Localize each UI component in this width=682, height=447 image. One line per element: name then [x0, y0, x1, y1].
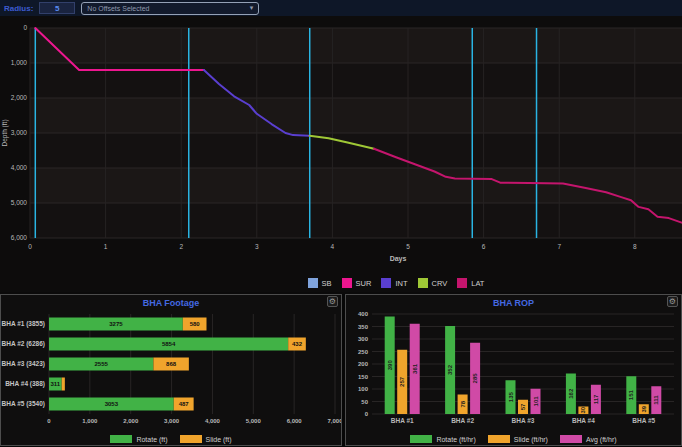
- svg-text:3053: 3053: [105, 401, 119, 407]
- svg-text:57: 57: [520, 403, 526, 410]
- legend-swatch: [180, 435, 202, 443]
- legend-item-rotate-ft-hr-: Rotate (ft/hr): [410, 435, 475, 443]
- svg-text:3,000: 3,000: [164, 418, 180, 424]
- svg-text:1,000: 1,000: [82, 418, 98, 424]
- svg-text:868: 868: [166, 361, 177, 367]
- legend-label: Slide (ft/hr): [514, 436, 548, 443]
- bha-rop-header: BHA ROP ⚙: [346, 295, 681, 310]
- svg-text:361: 361: [412, 363, 418, 374]
- svg-text:BHA #5 (3540): BHA #5 (3540): [2, 400, 45, 408]
- svg-text:150: 150: [358, 374, 369, 380]
- svg-text:151: 151: [628, 389, 634, 400]
- bha-footage-plot[interactable]: 3275580BHA #1 (3855)5854432BHA #2 (6286)…: [1, 310, 341, 428]
- radius-label: Radius:: [4, 4, 33, 13]
- svg-text:101: 101: [533, 396, 539, 407]
- svg-text:BHA #5: BHA #5: [632, 417, 655, 424]
- gear-icon[interactable]: ⚙: [667, 296, 678, 307]
- bha-rop-panel: BHA ROP ⚙ 050100150200250300350400390257…: [345, 294, 682, 446]
- legend-label: Avg (ft/hr): [586, 436, 617, 443]
- radius-value: 5: [55, 4, 59, 13]
- time-depth-chart[interactable]: 01,0002,0003,0004,0005,0006,000012345678…: [0, 16, 682, 292]
- svg-text:2,000: 2,000: [11, 94, 28, 101]
- svg-text:7,000: 7,000: [327, 418, 341, 424]
- svg-text:3,000: 3,000: [11, 129, 28, 136]
- svg-text:BHA #4 (388): BHA #4 (388): [5, 380, 45, 388]
- svg-text:6,000: 6,000: [11, 234, 28, 241]
- legend-swatch: [308, 278, 318, 288]
- svg-text:6: 6: [482, 243, 486, 250]
- bha-rop-title: BHA ROP: [493, 298, 534, 308]
- svg-text:3: 3: [255, 243, 259, 250]
- drilling-dashboard: Radius: 5 No Offsets Selected ▾ 01,0002,…: [0, 0, 682, 447]
- legend-swatch: [560, 435, 582, 443]
- svg-text:350: 350: [358, 324, 369, 330]
- svg-text:4: 4: [331, 243, 335, 250]
- svg-text:300: 300: [358, 336, 369, 342]
- svg-text:7: 7: [557, 243, 561, 250]
- svg-text:3275: 3275: [109, 321, 123, 327]
- offsets-dropdown[interactable]: No Offsets Selected ▾: [81, 2, 259, 15]
- svg-text:BHA #2 (6286): BHA #2 (6286): [2, 340, 45, 348]
- svg-text:257: 257: [399, 376, 405, 387]
- svg-text:250: 250: [358, 349, 369, 355]
- svg-text:200: 200: [358, 361, 369, 367]
- legend-swatch: [110, 435, 132, 443]
- legend-label: Rotate (ft/hr): [436, 436, 475, 443]
- legend-swatch: [418, 278, 428, 288]
- svg-text:0: 0: [47, 418, 51, 424]
- svg-text:400: 400: [358, 311, 369, 317]
- svg-text:50: 50: [361, 399, 368, 405]
- legend-item-lat: LAT: [457, 278, 484, 288]
- svg-text:4,000: 4,000: [205, 418, 221, 424]
- bha-footage-panel: BHA Footage ⚙ 3275580BHA #1 (3855)585443…: [0, 294, 342, 446]
- svg-text:39: 39: [641, 405, 647, 412]
- legend-item-avg-ft-hr-: Avg (ft/hr): [560, 435, 617, 443]
- legend-item-int: INT: [381, 278, 407, 288]
- legend-swatch: [381, 278, 391, 288]
- svg-text:BHA #1 (3855): BHA #1 (3855): [2, 320, 45, 328]
- radius-input[interactable]: 5: [39, 2, 75, 14]
- svg-text:432: 432: [292, 341, 303, 347]
- svg-text:117: 117: [593, 394, 599, 404]
- bha-footage-title: BHA Footage: [143, 298, 200, 308]
- svg-text:352: 352: [447, 364, 453, 375]
- slide-bar: [62, 378, 65, 391]
- svg-text:390: 390: [387, 360, 393, 371]
- legend-swatch: [410, 435, 432, 443]
- svg-text:1,000: 1,000: [11, 59, 28, 66]
- legend-label: CRV: [432, 279, 448, 288]
- legend-swatch: [342, 278, 352, 288]
- bha-footage-legend: Rotate (ft)Slide (ft): [1, 435, 341, 443]
- gear-icon[interactable]: ⚙: [327, 296, 338, 307]
- svg-text:135: 135: [508, 391, 514, 402]
- svg-text:BHA #4: BHA #4: [572, 417, 595, 424]
- svg-text:2: 2: [179, 243, 183, 250]
- svg-text:2555: 2555: [95, 361, 109, 367]
- legend-item-sur: SUR: [342, 278, 372, 288]
- svg-text:5: 5: [406, 243, 410, 250]
- svg-text:BHA #3 (3423): BHA #3 (3423): [2, 360, 45, 368]
- topbar: Radius: 5 No Offsets Selected ▾: [0, 0, 682, 16]
- legend-label: SUR: [356, 279, 372, 288]
- svg-text:100: 100: [358, 386, 369, 392]
- legend-item-slide-ft-: Slide (ft): [180, 435, 232, 443]
- svg-text:78: 78: [460, 400, 466, 407]
- legend-item-sb: SB: [308, 278, 332, 288]
- svg-text:4,000: 4,000: [11, 164, 28, 171]
- svg-text:487: 487: [179, 401, 190, 407]
- main-chart-legend: SBSURINTCRVLAT: [0, 278, 682, 288]
- time-depth-plot[interactable]: 01,0002,0003,0004,0005,0006,000012345678…: [0, 16, 682, 268]
- svg-text:BHA #2: BHA #2: [451, 417, 474, 424]
- legend-item-slide-ft-hr-: Slide (ft/hr): [488, 435, 548, 443]
- legend-label: INT: [395, 279, 407, 288]
- legend-label: SB: [322, 279, 332, 288]
- svg-text:162: 162: [568, 388, 574, 399]
- legend-label: Slide (ft): [206, 436, 232, 443]
- svg-text:5,000: 5,000: [246, 418, 262, 424]
- legend-item-crv: CRV: [418, 278, 448, 288]
- svg-text:6,000: 6,000: [287, 418, 303, 424]
- legend-swatch: [488, 435, 510, 443]
- svg-text:Days: Days: [390, 255, 407, 263]
- bha-rop-plot[interactable]: 050100150200250300350400390257361BHA #13…: [346, 310, 680, 428]
- svg-text:580: 580: [190, 321, 201, 327]
